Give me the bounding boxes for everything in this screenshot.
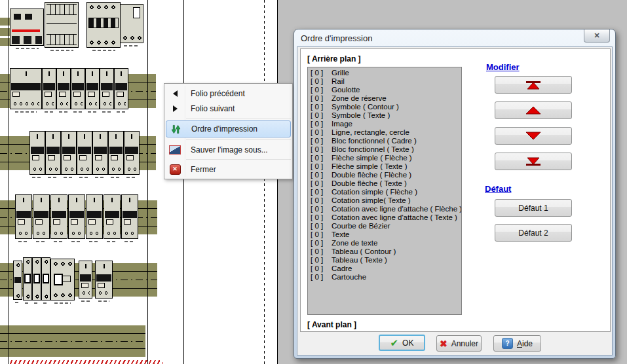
layer-item[interactable]: [ 0 ] Cotation simple( Texte ) — [308, 196, 461, 205]
page-divider-line — [277, 0, 278, 364]
background-plane-label: [ Arrière plan ] — [307, 54, 361, 64]
layer-item[interactable]: [ 0 ] Bloc fonctionnel ( Cadre ) — [308, 137, 461, 145]
help-button[interactable]: ? Aide — [493, 335, 541, 352]
move-to-top-button[interactable] — [495, 76, 572, 94]
layer-item[interactable]: [ 0 ] Cotation avec ligne d'attache ( Fl… — [308, 205, 461, 213]
layer-item[interactable]: [ 0 ] Zone de réserve — [308, 94, 461, 103]
layer-item[interactable]: [ 0 ] Cadre — [308, 264, 461, 273]
question-icon: ? — [502, 338, 513, 349]
schematic-device — [41, 257, 50, 300]
layer-label: Cartouche — [332, 273, 366, 282]
layer-label: Image — [332, 120, 352, 128]
defaut-1-button[interactable]: Défaut 1 — [495, 199, 572, 217]
close-red-icon: ✕ — [169, 164, 181, 175]
layer-item[interactable]: [ 0 ] Texte — [308, 230, 461, 239]
page-divider-line — [183, 0, 184, 364]
layer-order: [ 0 ] — [311, 120, 332, 128]
menu-item-folio-suivant[interactable]: Folio suivant — [164, 101, 292, 116]
schematic-device — [95, 261, 113, 299]
layer-item[interactable]: [ 0 ] Goulotte — [308, 86, 461, 94]
dialog-body: [ Arrière plan ] [ 0 ] Grille [ 0 ] Rail… — [297, 46, 613, 355]
layer-item[interactable]: [ 0 ] Double flèche ( Texte ) — [308, 179, 461, 188]
layer-order: [ 0 ] — [311, 196, 332, 205]
schematic-device — [15, 194, 32, 239]
schematic-device — [85, 68, 100, 109]
cross-icon: ✖ — [440, 339, 447, 348]
layer-listbox[interactable]: [ 0 ] Grille [ 0 ] Rail [ 0 ] Goulotte [… — [307, 67, 462, 315]
layer-item[interactable]: [ 0 ] Image — [308, 120, 461, 128]
layer-order: [ 0 ] — [311, 128, 332, 137]
layer-label: Grille — [332, 69, 349, 77]
layer-label: Symbole ( Texte ) — [332, 111, 390, 120]
layer-label: Tableau ( Contour ) — [332, 247, 396, 256]
layer-item[interactable]: [ 0 ] Cotation simple ( Flèche ) — [308, 188, 461, 196]
print-order-icon — [170, 124, 181, 134]
layer-order: [ 0 ] — [311, 256, 332, 264]
layer-label: Ligne, rectangle, cercle — [332, 128, 409, 137]
layer-item[interactable]: [ 0 ] Tableau ( Texte ) — [308, 256, 461, 264]
schematic-device — [100, 68, 114, 109]
layer-item[interactable]: [ 0 ] Cartouche — [308, 273, 461, 282]
cancel-button[interactable]: ✖ Annuler — [436, 335, 482, 352]
menu-item-ordre-impression[interactable]: Ordre d'impression — [166, 120, 291, 137]
layer-item[interactable]: [ 0 ] Grille — [308, 69, 461, 77]
schematic-device — [114, 68, 128, 109]
move-to-top-icon — [523, 81, 543, 90]
layer-order: [ 0 ] — [311, 230, 332, 239]
layer-label: Flèche simple ( Flèche ) — [332, 154, 412, 162]
layer-order: [ 0 ] — [311, 273, 332, 282]
modifier-label: Modifier — [486, 62, 520, 72]
schematic-device — [56, 68, 71, 109]
layer-item[interactable]: [ 0 ] Ligne, rectangle, cercle — [308, 128, 461, 137]
layer-item[interactable]: [ 0 ] Symbole ( Contour ) — [308, 103, 461, 111]
defaut-2-button[interactable]: Défaut 2 — [495, 224, 572, 242]
layer-item[interactable]: [ 0 ] Bloc fonctionnel ( Texte ) — [308, 145, 461, 154]
menu-item-label: Folio précédent — [191, 89, 245, 98]
move-to-bottom-button[interactable] — [495, 153, 572, 170]
menu-separator — [186, 159, 291, 160]
layer-item[interactable]: [ 0 ] Flèche simple ( Texte ) — [308, 162, 461, 171]
schematic-device — [45, 131, 61, 175]
layer-item[interactable]: [ 0 ] Double flèche ( Flèche ) — [308, 171, 461, 179]
layer-item[interactable]: [ 0 ] Cotation avec ligne d'attache ( Te… — [308, 213, 461, 222]
move-down-icon — [523, 132, 543, 140]
dialog-close-button[interactable]: ✕ — [584, 29, 610, 43]
layer-order: [ 0 ] — [311, 239, 332, 247]
layer-item[interactable]: [ 0 ] Zone de texte — [308, 239, 461, 247]
layer-item[interactable]: [ 0 ] Rail — [308, 77, 461, 86]
ok-button[interactable]: ✔ OK — [379, 335, 425, 351]
layer-order: [ 0 ] — [311, 247, 332, 256]
layer-item[interactable]: [ 0 ] Tableau ( Contour ) — [308, 247, 461, 256]
move-down-button[interactable] — [495, 127, 572, 145]
move-up-button[interactable] — [495, 101, 572, 119]
layer-item[interactable]: [ 0 ] Symbole ( Texte ) — [308, 111, 461, 120]
menu-item-folio-precedent[interactable]: Folio précédent — [164, 86, 292, 101]
layer-label: Bloc fonctionnel ( Texte ) — [332, 145, 414, 154]
layer-label: Tableau ( Texte ) — [332, 256, 387, 264]
defaut-label: Défaut — [485, 184, 511, 194]
layer-item[interactable]: [ 0 ] Flèche simple ( Flèche ) — [308, 154, 461, 162]
schematic-device — [50, 259, 75, 300]
layer-order: [ 0 ] — [311, 69, 332, 77]
layer-label: Rail — [332, 77, 345, 86]
schematic-device — [50, 194, 67, 239]
schematic-device — [120, 4, 143, 43]
layer-label: Zone de texte — [332, 239, 377, 247]
schematic-device — [104, 194, 121, 239]
schematic-device — [86, 2, 121, 48]
layer-label: Zone de réserve — [332, 94, 387, 103]
menu-separator — [186, 139, 291, 140]
menu-item-sauver-image[interactable]: Sauver l'image sous... — [164, 142, 292, 157]
layer-item[interactable]: [ 0 ] Courbe de Bézier — [308, 222, 461, 230]
schematic-device — [124, 131, 140, 175]
layer-order: [ 0 ] — [311, 171, 332, 179]
ok-button-label: OK — [402, 338, 413, 348]
schematic-device — [42, 68, 56, 109]
layer-label: Cadre — [332, 264, 352, 273]
schematic-canvas — [0, 0, 282, 364]
schematic-device — [10, 68, 42, 109]
layer-label: Cotation avec ligne d'attache ( Texte ) — [332, 213, 457, 222]
schematic-device — [23, 257, 32, 300]
menu-item-fermer[interactable]: ✕ Fermer — [164, 162, 292, 177]
menu-item-label: Fermer — [191, 165, 216, 174]
